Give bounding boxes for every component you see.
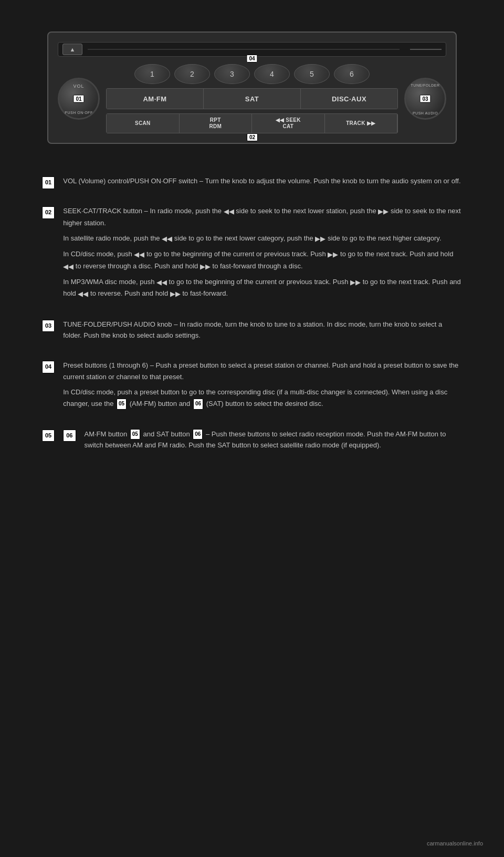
source-row: 05 06 AM·FM SAT DISC·AUX xyxy=(106,88,398,109)
footer-url: carmanualsonline.info xyxy=(427,840,483,846)
seek-left-icon-6: ◀◀ xyxy=(78,288,88,299)
item02-para4: In MP3/WMA disc mode, push ◀◀ to go to t… xyxy=(63,276,462,300)
seek-right-icon-4: ▶▶ xyxy=(200,261,211,272)
item01-para1: VOL (Volume) control/PUSH ON·OFF switch … xyxy=(63,175,462,186)
seek-left-icon: ◀◀ xyxy=(224,206,234,217)
descriptions-section: 01 VOL (Volume) control/PUSH ON·OFF swit… xyxy=(0,165,504,480)
item-badge-06: 06 xyxy=(63,430,76,442)
scan-button[interactable]: SCAN xyxy=(107,114,180,133)
seek-left-icon-4: ◀◀ xyxy=(63,261,74,272)
badge-01: 01 xyxy=(73,95,84,103)
preset-button-2[interactable]: 2 xyxy=(174,64,210,84)
item03-para1: TUNE·FOLDER/PUSH AUDIO knob – In radio m… xyxy=(63,319,462,341)
item-text-01: VOL (Volume) control/PUSH ON·OFF switch … xyxy=(63,175,462,191)
tune-folder-knob[interactable]: TUNE/FOLDER 03 PUSH AUDIO xyxy=(404,78,446,120)
item02-para3: In CD/disc mode, push ◀◀ to go to the be… xyxy=(63,248,462,272)
item02-para2: In satellite radio mode, push the ◀◀ sid… xyxy=(63,233,462,244)
seek-cat-button[interactable]: ◀◀ SEEKCAT xyxy=(252,114,325,133)
radio-unit: ▲ VOL 01 PUSH ON·OFF 04 1 2 3 4 5 6 xyxy=(47,32,457,144)
item-badge-05: 05 xyxy=(42,430,55,442)
cd-slot-line xyxy=(88,49,400,50)
item04-para2: In CD/disc mode, push a preset button to… xyxy=(63,386,462,409)
center-section: 04 1 2 3 4 5 6 05 06 AM·FM SAT DISC·AUX … xyxy=(106,64,398,133)
inline-badge-06b: 06 xyxy=(193,429,203,440)
badge-04: 04 xyxy=(246,55,257,62)
tune-folder-label: TUNE/FOLDER xyxy=(411,83,440,88)
seek-right-icon-6: ▶▶ xyxy=(170,288,181,299)
seek-left-icon-5: ◀◀ xyxy=(156,277,167,288)
item-badge-01: 01 xyxy=(42,176,55,189)
preset-button-3[interactable]: 3 xyxy=(214,64,250,84)
badge-02: 02 xyxy=(247,133,258,141)
push-audio-label: PUSH AUDIO xyxy=(413,111,438,115)
rpt-rdm-button[interactable]: RPTRDM xyxy=(180,114,253,133)
preset-button-4[interactable]: 4 xyxy=(254,64,290,84)
seek-right-icon-3: ▶▶ xyxy=(328,249,338,260)
inline-badge-05b: 05 xyxy=(130,429,140,440)
item05-06-para1: AM·FM button 05 and SAT button 06 – Push… xyxy=(85,428,463,451)
seek-right-icon-2: ▶▶ xyxy=(315,233,326,244)
item04-para1: Preset buttons (1 through 6) – Push a pr… xyxy=(63,360,462,382)
vol-knob[interactable]: VOL 01 PUSH ON·OFF xyxy=(58,78,100,120)
inline-badge-05: 05 xyxy=(117,399,127,410)
seek-right-icon: ▶▶ xyxy=(378,206,388,217)
seek-right-icon-5: ▶▶ xyxy=(350,277,361,288)
preset-row: 04 1 2 3 4 5 6 xyxy=(106,64,398,84)
item-text-05-06: AM·FM button 05 and SAT button 06 – Push… xyxy=(85,428,463,455)
cd-slot-dash xyxy=(410,49,442,50)
item-block-03: 03 TUNE·FOLDER/PUSH AUDIO knob – In radi… xyxy=(42,319,462,346)
vol-label: VOL xyxy=(73,83,84,89)
disc-aux-button[interactable]: DISC·AUX xyxy=(301,89,397,109)
badge-03: 03 xyxy=(419,95,430,103)
item-text-03: TUNE·FOLDER/PUSH AUDIO knob – In radio m… xyxy=(63,319,462,346)
item-block-04: 04 Preset buttons (1 through 6) – Push a… xyxy=(42,360,462,413)
controls-row: VOL 01 PUSH ON·OFF 04 1 2 3 4 5 6 05 06 … xyxy=(58,64,446,133)
seek-left-icon-3: ◀◀ xyxy=(134,249,144,260)
item-block-05-06: 05 06 AM·FM button 05 and SAT button 06 … xyxy=(42,428,462,455)
item-block-02: 02 SEEK·CAT/TRACK button – In radio mode… xyxy=(42,205,462,304)
eject-button[interactable]: ▲ xyxy=(62,44,82,55)
item-text-02: SEEK·CAT/TRACK button – In radio mode, p… xyxy=(63,205,462,304)
item-badge-04: 04 xyxy=(42,361,55,373)
preset-button-5[interactable]: 5 xyxy=(294,64,330,84)
function-row: SCAN RPTRDM ◀◀ SEEKCAT TRACK ▶▶ 02 xyxy=(106,113,398,133)
item-text-04: Preset buttons (1 through 6) – Push a pr… xyxy=(63,360,462,413)
item-block-01: 01 VOL (Volume) control/PUSH ON·OFF swit… xyxy=(42,175,462,191)
on-off-label: PUSH ON·OFF xyxy=(65,111,92,115)
item-badge-03: 03 xyxy=(42,320,55,332)
sat-button[interactable]: SAT xyxy=(204,89,301,109)
seek-left-icon-2: ◀◀ xyxy=(162,233,172,244)
preset-button-6[interactable]: 6 xyxy=(334,64,370,84)
footer: carmanualsonline.info xyxy=(416,835,494,852)
track-button[interactable]: TRACK ▶▶ xyxy=(325,114,398,133)
item02-para1: SEEK·CAT/TRACK button – In radio mode, p… xyxy=(63,205,462,228)
am-fm-button[interactable]: AM·FM xyxy=(107,89,204,109)
preset-button-1[interactable]: 1 xyxy=(134,64,170,84)
inline-badge-06: 06 xyxy=(193,399,203,410)
item-badge-02: 02 xyxy=(42,206,55,219)
